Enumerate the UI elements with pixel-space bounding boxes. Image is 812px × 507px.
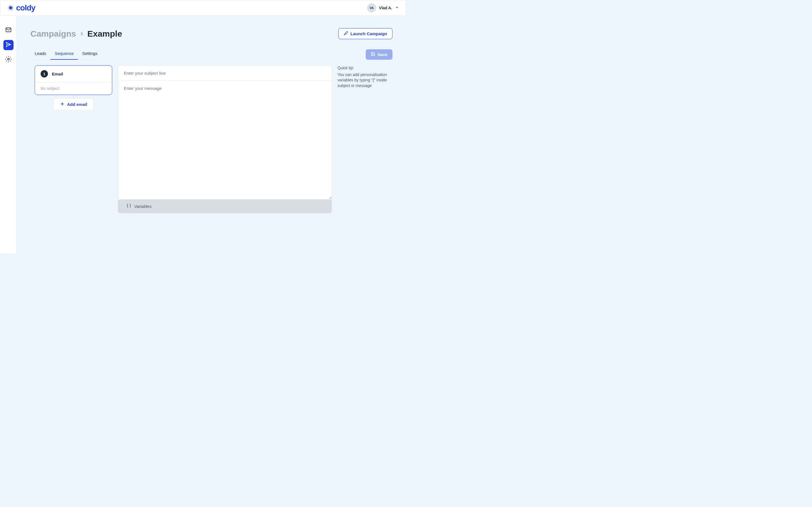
breadcrumb-current: Example <box>87 29 122 39</box>
plus-icon <box>60 101 65 107</box>
launch-label: Launch Campaign <box>350 31 387 36</box>
variables-label: Variables <box>134 204 151 209</box>
nav-settings[interactable] <box>3 55 13 65</box>
mail-icon <box>5 26 12 34</box>
content-row: 1 Email No subject Add email <box>31 65 393 213</box>
user-menu[interactable]: VA Vlad A. <box>367 3 399 12</box>
tab-leads[interactable]: Leads <box>31 48 50 60</box>
save-button[interactable]: Save <box>366 49 393 60</box>
editor-panel <box>118 65 332 201</box>
nav-campaigns[interactable] <box>3 40 13 50</box>
tip-panel: Quick tip: You can add personalisation v… <box>338 65 393 89</box>
chevron-right-icon <box>79 29 85 39</box>
editor-column: Variables <box>118 65 332 213</box>
avatar: VA <box>367 3 376 12</box>
breadcrumb: Campaigns Example <box>31 29 122 39</box>
subject-input[interactable] <box>118 66 332 81</box>
step-connector <box>73 95 73 98</box>
step-header: 1 Email <box>35 66 112 82</box>
tip-title: Quick tip: <box>338 65 393 71</box>
chevron-down-icon <box>395 5 399 10</box>
nav-inbox[interactable] <box>3 25 13 36</box>
gear-icon <box>5 56 12 64</box>
save-label: Save <box>377 52 388 57</box>
launch-campaign-button[interactable]: Launch Campaign <box>338 28 393 39</box>
save-icon <box>371 52 375 57</box>
tip-body: You can add personalisation variables by… <box>338 72 393 89</box>
tab-settings[interactable]: Settings <box>78 48 101 60</box>
page-header: Campaigns Example Launch Campaign <box>31 28 393 39</box>
breadcrumb-parent[interactable]: Campaigns <box>31 29 76 39</box>
asterisk-icon <box>7 4 14 11</box>
step-title: Email <box>52 71 63 76</box>
brand-name: coldy <box>16 3 35 12</box>
tabs-row: Leads Sequence Settings Save <box>31 48 393 60</box>
message-input[interactable] <box>118 81 332 199</box>
step-subject-preview: No subject <box>35 82 112 95</box>
step-number: 1 <box>41 70 48 77</box>
username: Vlad A. <box>379 6 392 10</box>
brand-logo[interactable]: coldy <box>7 3 35 12</box>
braces-icon <box>126 203 132 209</box>
tab-sequence[interactable]: Sequence <box>50 48 78 60</box>
send-icon <box>5 41 12 49</box>
sequence-step-card[interactable]: 1 Email No subject <box>35 65 112 95</box>
add-email-label: Add email <box>67 102 87 107</box>
rocket-icon <box>344 31 348 36</box>
add-email-button[interactable]: Add email <box>53 98 94 110</box>
app-header: coldy VA Vlad A. <box>0 0 406 16</box>
svg-point-2 <box>8 58 9 60</box>
tabs: Leads Sequence Settings <box>31 48 102 60</box>
sequence-column: 1 Email No subject Add email <box>31 65 112 110</box>
variables-bar[interactable]: Variables <box>118 200 332 213</box>
main-content: Campaigns Example Launch Campaign <box>17 16 406 253</box>
sidebar-nav <box>0 16 17 253</box>
